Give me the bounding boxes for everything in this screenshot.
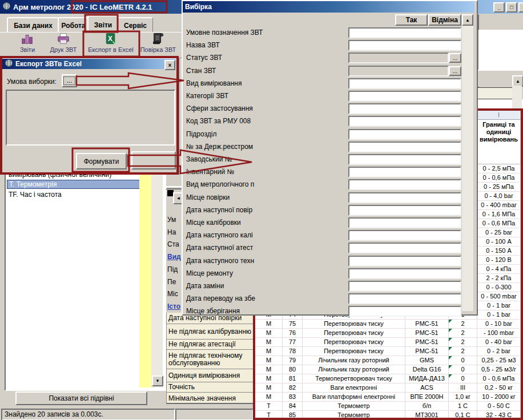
cell-H[interactable]: III (449, 383, 477, 392)
cell-I[interactable]: 0 - 4,0 bar (477, 192, 521, 200)
cell-H[interactable]: 0 (449, 374, 477, 383)
fields-summary-row[interactable]: Не підлягає калібруванню (167, 324, 259, 340)
generate-button[interactable]: Формувати (76, 153, 127, 169)
column-letter-I[interactable]: I (477, 111, 521, 120)
dialog-close-icon[interactable]: × (164, 60, 175, 70)
cell-F[interactable]: PMC-51 (405, 329, 449, 337)
field-input[interactable] (348, 103, 461, 114)
cell-B[interactable]: 75 (283, 320, 303, 328)
cell-B[interactable]: 77 (283, 338, 303, 346)
cell-I[interactable]: 0 - 1 bar (477, 301, 521, 310)
cell-H[interactable]: 1,0 кг (449, 393, 477, 401)
cell-I[interactable]: 0 - 0,6 мПа (477, 374, 521, 383)
cell-A[interactable]: М (255, 356, 283, 365)
cell-E[interactable]: Перетворювач тиску (303, 329, 405, 337)
cell-E[interactable]: Термометр (303, 402, 405, 410)
scroll-up-icon[interactable]: ▲ (462, 14, 473, 26)
tab-Робота[interactable]: Робота (58, 17, 88, 33)
field-input[interactable] (348, 27, 461, 38)
cell-B[interactable]: 84 (283, 402, 303, 410)
cell-I[interactable]: 0 - 0-300 (477, 283, 521, 292)
scroll-up-icon[interactable]: ▲ (512, 75, 523, 87)
cell-F[interactable]: МИДА-ДА13 (405, 374, 449, 383)
cell-H[interactable]: 0 (449, 365, 477, 374)
cell-E[interactable]: Термоперетворювач тиску (303, 374, 405, 383)
cell-I[interactable]: 0 - 25 мПа (477, 183, 521, 191)
close-button[interactable]: × (518, 2, 523, 13)
cell-H[interactable]: 2 (449, 329, 477, 337)
field-input[interactable] (348, 91, 461, 102)
list-item[interactable]: Т. Термометрія (7, 180, 141, 189)
field-input[interactable] (348, 256, 461, 266)
field-input[interactable] (348, 293, 461, 304)
cell-I[interactable]: - 100 mbar (477, 329, 521, 337)
field-input[interactable] (348, 66, 449, 76)
cell-E[interactable]: Перетворювач тиску (303, 320, 405, 328)
cell-B[interactable]: 79 (283, 356, 303, 365)
show-sublevels-button[interactable]: Показати всі підрівні (15, 391, 147, 405)
cell-A[interactable]: М (255, 383, 283, 392)
cell-B[interactable]: 76 (283, 329, 303, 337)
field-input[interactable] (348, 217, 461, 228)
cell-E[interactable]: Ваги електронні (303, 383, 405, 392)
field-input[interactable] (348, 179, 461, 190)
field-input[interactable] (348, 78, 461, 89)
minimize-button[interactable]: _ (493, 2, 505, 13)
field-input[interactable] (348, 192, 461, 203)
cell-I[interactable]: 0 - 0,6 МПа (477, 219, 521, 228)
field-input[interactable] (348, 268, 461, 279)
cell-I[interactable]: 0 - 10 bar (477, 320, 521, 328)
cell-I[interactable]: 0 - 25 bar (477, 228, 521, 237)
field-input[interactable] (348, 243, 461, 253)
cell-I[interactable]: 32 - 43 С (477, 411, 521, 419)
cell-F[interactable]: GMS (405, 356, 449, 365)
list-scrollbar[interactable]: ▼ (151, 171, 163, 387)
cell-B[interactable]: 85 (283, 411, 303, 419)
field-input[interactable] (348, 306, 461, 317)
cell-A[interactable]: М (255, 338, 283, 346)
cell-I[interactable]: 0 - 2 bar (477, 347, 521, 356)
field-input[interactable] (348, 230, 461, 241)
cell-B[interactable]: 80 (283, 365, 303, 374)
cell-A[interactable]: М (255, 365, 283, 374)
toolbar-reports-chart-button[interactable]: Звіти (11, 33, 43, 56)
toolbar-print-button[interactable]: Друк ЗВТ (46, 33, 81, 56)
cell-I[interactable]: 0 - 1,6 МПа (477, 210, 521, 219)
cell-A[interactable]: М (255, 347, 283, 356)
browse-button[interactable]: ... (62, 74, 77, 87)
cell-F[interactable]: PMC-51 (405, 338, 449, 346)
cell-E[interactable]: Термометр (303, 411, 405, 419)
maximize-button[interactable]: □ (506, 2, 517, 13)
fields-summary-row[interactable]: Мінімальне значення (167, 393, 259, 404)
cancel-button[interactable]: Відміна (428, 14, 461, 26)
cell-I[interactable]: 0,25 - 25 м3 (477, 356, 521, 365)
cell-I[interactable]: 2 - 2 кПа (477, 274, 521, 282)
cell-I[interactable]: 0 - 2,5 мПа (477, 164, 521, 173)
measurement-listbox[interactable]: вимірювань (фізичної величини)Т. Термоме… (5, 170, 166, 391)
scroll-down-icon[interactable]: ▼ (152, 375, 163, 386)
cell-A[interactable]: Т (255, 411, 283, 419)
cell-I[interactable]: 0 - 50 С (477, 402, 521, 410)
cell-F[interactable]: ACS (405, 383, 449, 392)
cell-I[interactable]: 0 - 400 mbar (477, 201, 521, 209)
cell-I[interactable]: 0 - 150 А (477, 247, 521, 255)
lookup-ellipsis-button[interactable]: ... (449, 66, 461, 76)
cell-I[interactable]: 0 - 40 bar (477, 338, 521, 346)
ok-button[interactable]: Так (395, 14, 428, 26)
cell-F[interactable]: PMC-51 (405, 320, 449, 328)
fields-summary-row[interactable]: Не підлягає атестації (167, 340, 259, 350)
cell-A[interactable]: Т (255, 402, 283, 410)
cell-I[interactable]: 0 - 0,6 мПа (477, 173, 521, 182)
cell-H[interactable]: 2 (449, 338, 477, 346)
fields-summary-row[interactable]: Точність (167, 382, 259, 393)
selection-scrollbar[interactable]: ▲ (462, 14, 473, 311)
list-item[interactable]: TF. Час і частота (7, 190, 140, 199)
cell-E[interactable]: Перетворювач тиску (303, 347, 405, 356)
cell-H[interactable]: 2 (449, 347, 477, 356)
tab-Сервіс[interactable]: Сервіс (117, 17, 153, 33)
tab-Звіти[interactable]: Звіти (87, 15, 118, 33)
cell-H[interactable]: 2 (449, 320, 477, 328)
right-scrollbar[interactable] (512, 86, 522, 108)
cell-I[interactable]: 0 - 500 mbar (477, 292, 521, 301)
cell-I[interactable]: 0 - 100 А (477, 237, 521, 246)
